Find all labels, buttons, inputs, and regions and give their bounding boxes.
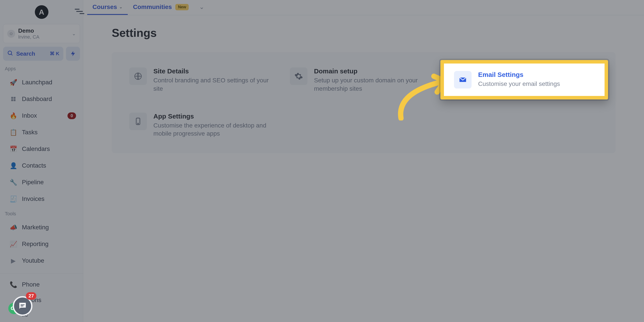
svg-rect-5 (14, 99, 16, 101)
notification-count-badge: 27 (26, 292, 36, 300)
topbar: Courses ⌄ Communities New ⌄ (83, 0, 644, 15)
svg-rect-4 (11, 99, 13, 101)
svg-rect-2 (11, 97, 13, 99)
gear-icon (290, 68, 308, 85)
megaphone-icon: 📣 (9, 223, 18, 232)
new-badge: New (175, 4, 189, 10)
svg-rect-6 (20, 304, 24, 305)
funnel-icon: 🔧 (9, 178, 18, 187)
sidebar: A ☺ Demo Irvine, CA ⌄ Search ⌘ K Apps (0, 0, 83, 322)
main-area: Courses ⌄ Communities New ⌄ Settings Sit (83, 0, 644, 322)
section-label-tools: Tools (0, 210, 83, 219)
chevron-down-icon: ⌄ (72, 31, 76, 36)
card-desc: Control branding and SEO settings of you… (154, 76, 277, 93)
tab-communities[interactable]: Communities New (128, 0, 194, 15)
search-label: Search (16, 50, 50, 57)
sidebar-header: A (0, 0, 83, 22)
sidebar-item-settings[interactable]: ⚙ Settings (2, 269, 81, 273)
card-site-details[interactable]: Site Details Control branding and SEO se… (129, 68, 277, 93)
tab-label: Courses (92, 4, 117, 10)
chevron-down-icon: ⌄ (119, 4, 122, 10)
hamburger-icon[interactable] (74, 6, 85, 17)
workspace-location: Irvine, CA (18, 34, 72, 40)
card-title: Domain setup (314, 68, 437, 75)
calendar-icon: 📅 (9, 144, 18, 154)
card-title: Site Details (154, 68, 277, 75)
tab-courses[interactable]: Courses ⌄ (87, 0, 128, 15)
sidebar-item-launchpad[interactable]: 🚀 Launchpad (2, 74, 81, 90)
tab-more[interactable]: ⌄ (194, 0, 210, 15)
svg-rect-7 (20, 306, 24, 306)
chart-icon: 📈 (9, 240, 18, 248)
search-icon (7, 50, 13, 58)
sidebar-nav: 🚀 Launchpad Dashboard 🔥 Inbox 0 📋 Tasks … (0, 74, 83, 273)
rocket-icon: 🚀 (9, 78, 18, 87)
play-icon: ▶ (9, 256, 18, 265)
grid-icon (9, 94, 18, 104)
sidebar-item-contacts[interactable]: 👤 Contacts (2, 158, 81, 174)
card-app-settings[interactable]: App Settings Customise the experience of… (129, 112, 277, 138)
svg-point-10 (138, 123, 138, 124)
sidebar-item-inbox[interactable]: 🔥 Inbox 0 (2, 108, 81, 124)
inbox-icon: 🔥 (9, 111, 18, 120)
sidebar-item-phone[interactable]: 📞 Phone (2, 276, 81, 293)
search-input[interactable]: Search ⌘ K (3, 47, 63, 61)
sidebar-item-invoices[interactable]: 🧾 Invoices (2, 191, 81, 207)
page-title: Settings (112, 26, 616, 40)
inbox-badge: 0 (68, 112, 76, 119)
mail-icon (454, 71, 472, 88)
sidebar-item-youtube[interactable]: ▶ Youtube (2, 252, 81, 269)
settings-panel: Site Details Control branding and SEO se… (112, 52, 616, 153)
card-email-settings[interactable]: Email Settings Customise your email sett… (440, 60, 608, 100)
svg-point-0 (8, 51, 12, 54)
workspace-name: Demo (18, 28, 72, 34)
sidebar-item-tasks[interactable]: 📋 Tasks (2, 124, 81, 140)
tasks-icon: 📋 (9, 128, 18, 137)
svg-rect-3 (14, 97, 16, 99)
sidebar-item-pipeline[interactable]: 🔧 Pipeline (2, 174, 81, 190)
svg-line-1 (11, 54, 12, 55)
sidebar-item-calendars[interactable]: 📅 Calendars (2, 141, 81, 157)
sidebar-bottom: 📞 Phone cations ile (0, 273, 83, 322)
card-title: App Settings (154, 112, 277, 120)
card-desc: Customise the experience of desktop and … (154, 121, 277, 138)
user-icon: 👤 (9, 161, 18, 170)
quick-action-button[interactable] (66, 47, 80, 61)
sidebar-item-reporting[interactable]: 📈 Reporting (2, 236, 81, 252)
sidebar-item-dashboard[interactable]: Dashboard (2, 91, 81, 107)
phone-icon: 📞 (9, 280, 18, 289)
card-domain-setup[interactable]: Domain setup Setup up your custom domain… (290, 68, 437, 93)
card-desc: Setup up your custom domain on your memb… (314, 76, 437, 93)
invoice-icon: 🧾 (9, 194, 18, 204)
globe-icon (129, 68, 147, 85)
card-desc: Customise your email settings (478, 80, 560, 88)
section-label-apps: Apps (0, 65, 83, 74)
app-logo[interactable]: A (35, 5, 48, 19)
mobile-icon (129, 112, 147, 130)
search-shortcut: ⌘ K (50, 51, 60, 56)
sidebar-item-marketing[interactable]: 📣 Marketing (2, 219, 81, 236)
tab-label: Communities (133, 4, 172, 10)
workspace-selector[interactable]: ☺ Demo Irvine, CA ⌄ (3, 24, 80, 43)
workspace-avatar-icon: ☺ (7, 30, 15, 38)
card-title: Email Settings (478, 71, 560, 78)
chevron-down-icon: ⌄ (199, 3, 204, 10)
